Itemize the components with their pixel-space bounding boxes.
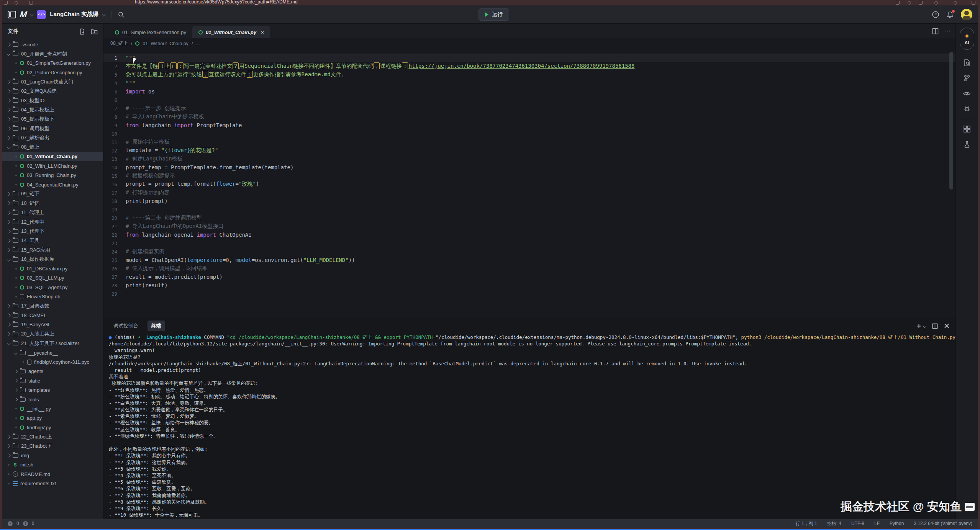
more-actions-icon[interactable]: ⋯ — [945, 28, 951, 34]
new-terminal-button[interactable] — [916, 323, 926, 329]
breadcrumb-item[interactable]: ... — [196, 41, 200, 46]
breadcrumb-item[interactable]: 08_链上 — [110, 40, 128, 47]
status-item[interactable]: LF — [874, 521, 880, 526]
debug-bug-icon[interactable] — [956, 101, 978, 116]
browser-extensions-icon[interactable] — [934, 1, 938, 5]
chevron-down-icon[interactable] — [30, 13, 34, 16]
split-editor-icon[interactable] — [932, 28, 939, 34]
run-button[interactable]: 运行 — [479, 8, 509, 21]
browser-translate-icon[interactable] — [908, 1, 911, 5]
extensions-icon[interactable] — [956, 121, 978, 137]
terminal-output[interactable]: ● (shims) ➜ LangChain-shizhanke COMMAND=… — [103, 333, 955, 519]
tree-item[interactable]: 01_SimpleTextGeneration.py — [2, 59, 103, 68]
tree-item[interactable]: img — [2, 451, 103, 460]
code-link[interactable]: https://juejin.cn/book/73877023474361303… — [408, 63, 634, 69]
terminal-tab[interactable]: 终端 — [147, 321, 165, 331]
tree-item[interactable]: 03_模型IO — [2, 96, 103, 105]
tree-item[interactable]: findbigV.cpython-311.pyc — [2, 357, 103, 366]
search-icon[interactable] — [118, 11, 125, 18]
tree-item[interactable]: $init.sh — [2, 460, 103, 469]
close-tab-icon[interactable]: × — [261, 29, 264, 35]
tree-item[interactable]: 19_BabyAGI — [2, 320, 103, 329]
tree-item[interactable]: 10_记忆 — [2, 199, 103, 208]
status-item[interactable]: 行 1，列 1 — [796, 520, 817, 527]
status-item[interactable]: UTF-8 — [851, 521, 864, 526]
ai-assistant-button[interactable]: AI — [960, 28, 974, 50]
tree-item[interactable]: 02_SQL_LLM.py — [2, 273, 103, 283]
split-terminal-icon[interactable] — [932, 323, 938, 329]
notifications-bell-icon[interactable] — [946, 11, 954, 18]
browser-sidebar-icon[interactable] — [4, 1, 8, 5]
status-item[interactable]: 3.12.2 64-bit ('shims': pyenv) — [914, 521, 972, 526]
project-title[interactable]: LangChain 实战课 — [50, 11, 98, 18]
tree-item[interactable]: 16_操作数据库 — [2, 255, 103, 264]
tree-item[interactable]: 18_CAMEL — [2, 311, 103, 320]
tree-item[interactable]: agents — [2, 367, 103, 376]
tree-item[interactable]: .vscode — [2, 40, 103, 49]
terminal-tab[interactable]: 调试控制台 — [110, 321, 142, 331]
tree-item[interactable]: 01_Without_Chain.py — [2, 152, 103, 161]
browser-split-icon[interactable] — [896, 1, 900, 5]
close-panel-icon[interactable] — [944, 323, 949, 329]
tree-item[interactable]: static — [2, 376, 103, 385]
tree-item[interactable]: 08_链上 — [2, 142, 103, 152]
new-file-icon[interactable] — [79, 28, 85, 35]
status-item[interactable]: Python — [890, 521, 904, 526]
tree-item[interactable]: findbigV.py — [2, 423, 103, 432]
search-in-files-icon[interactable] — [956, 55, 978, 70]
tree-item[interactable]: 04_提示模板上 — [2, 105, 103, 115]
tree-item[interactable]: 02_PictureDescription.py — [2, 68, 103, 77]
tree-item[interactable]: __init__.py — [2, 404, 103, 413]
tree-item[interactable]: tools — [2, 395, 103, 404]
tree-item[interactable]: 12_代理中 — [2, 217, 103, 226]
tree-item[interactable]: 21_人脉工具下 / socializer — [2, 339, 103, 348]
tree-item[interactable]: 09_链下 — [2, 189, 103, 198]
tree-item[interactable]: 01_LangChain快速入门 — [2, 77, 103, 87]
toggle-sidebar-icon[interactable] — [8, 11, 16, 18]
editor-tab[interactable]: 01_SimpleTextGeneration.py — [109, 26, 192, 38]
tree-item[interactable]: 17_回调函数 — [2, 301, 103, 311]
tree-item[interactable]: requirements.txt — [2, 479, 103, 488]
help-icon[interactable]: ? — [932, 11, 939, 18]
user-avatar[interactable] — [961, 9, 972, 20]
marscode-logo[interactable]: M — [20, 10, 27, 20]
address-bar[interactable]: https://www.marscode.cn/course/vk05dWp75… — [135, 0, 298, 5]
new-folder-icon[interactable] — [91, 28, 98, 35]
chevron-down-icon[interactable] — [102, 13, 106, 16]
tree-item[interactable]: app.py — [2, 414, 103, 423]
source-control-icon[interactable] — [956, 70, 978, 86]
tree-item[interactable]: 04_SequentialChain.py — [2, 180, 103, 189]
tree-item[interactable]: 14_工具 — [2, 236, 103, 245]
test-flask-icon[interactable] — [956, 137, 978, 152]
code-editor[interactable]: 1"""2本文件是【链（上）：写一篇完美鲜花推文？用SequencialChai… — [103, 49, 955, 319]
browser-reload-icon[interactable] — [15, 1, 18, 5]
tree-item[interactable]: 15_RAG应用 — [2, 245, 103, 255]
tree-item[interactable]: 22_Chatbot上 — [2, 432, 103, 441]
breadcrumb-item[interactable]: 01_Without_Chain.py — [143, 41, 188, 46]
tree-item[interactable]: 03_SQL_Agent.py — [2, 283, 103, 292]
browser-profile-icon[interactable] — [954, 1, 957, 5]
tree-item[interactable]: 20_人脉工具上 — [2, 329, 103, 339]
tree-item[interactable]: templates — [2, 385, 103, 394]
editor-tab[interactable]: 01_Without_Chain.py× — [192, 26, 270, 38]
tree-item[interactable]: 13_代理下 — [2, 227, 103, 236]
tree-item[interactable]: 11_代理上 — [2, 208, 103, 217]
tree-item[interactable]: 01_DBCreation.py — [2, 264, 103, 273]
preview-eye-icon[interactable] — [956, 86, 978, 101]
tree-item[interactable]: 02_With_LLMChain.py — [2, 161, 103, 170]
tree-item[interactable]: __pycache__ — [2, 348, 103, 357]
tree-item[interactable]: 00_开篇词_奇点时刻 — [2, 49, 103, 58]
status-item[interactable]: 空格: 4 — [827, 520, 841, 527]
tree-item[interactable]: 23_Chatbot下 — [2, 442, 103, 451]
browser-home-icon[interactable] — [29, 1, 33, 5]
errors-icon[interactable]: × — [8, 521, 13, 526]
warnings-icon[interactable]: ! — [23, 521, 28, 526]
tree-item[interactable]: ?README.md — [2, 469, 103, 479]
editor-scrollbar[interactable] — [949, 52, 953, 190]
tree-item[interactable]: 05_提示模板下 — [2, 115, 103, 124]
tree-item[interactable]: FlowerShop.db — [2, 292, 103, 301]
tree-item[interactable]: 03_Running_Chain.py — [2, 170, 103, 180]
tree-item[interactable]: 06_调用模型 — [2, 124, 103, 133]
tree-item[interactable]: 07_解析输出 — [2, 133, 103, 142]
browser-menu-icon[interactable] — [972, 1, 975, 5]
